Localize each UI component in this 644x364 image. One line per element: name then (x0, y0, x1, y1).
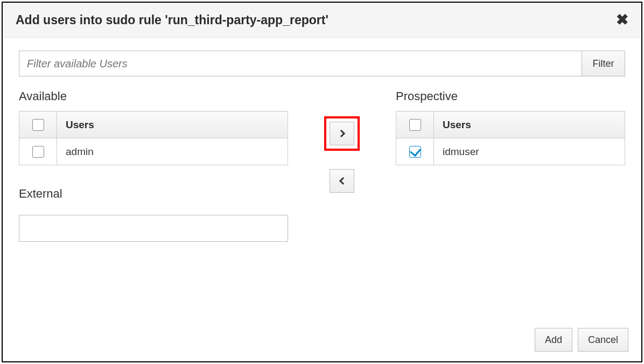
add-users-dialog: Add users into sudo rule 'run_third-part… (2, 2, 642, 362)
prospective-table: Users idmuser (396, 111, 625, 165)
prospective-column-header: Users (434, 111, 625, 138)
close-icon[interactable]: ✖ (616, 12, 628, 27)
move-right-button[interactable] (330, 122, 354, 145)
available-column-header: Users (57, 111, 288, 138)
filter-input[interactable] (19, 51, 582, 76)
table-row: admin (19, 138, 288, 165)
dialog-title: Add users into sudo rule 'run_third-part… (16, 13, 328, 27)
highlight-box (324, 116, 360, 151)
filter-row: Filter (19, 51, 625, 76)
add-button[interactable]: Add (535, 328, 572, 352)
row-checkbox[interactable] (32, 146, 44, 158)
row-name[interactable]: idmuser (434, 138, 625, 165)
external-section: External (19, 187, 288, 242)
dialog-footer: Add Cancel (3, 320, 641, 361)
available-select-all-cell (19, 111, 57, 138)
prospective-select-all-cell (396, 111, 434, 138)
prospective-select-all-checkbox[interactable] (409, 119, 421, 131)
external-input[interactable] (19, 215, 288, 242)
row-name[interactable]: admin (57, 138, 288, 165)
dialog-body: Filter Available Users (3, 38, 641, 320)
available-panel: Available Users (19, 89, 288, 242)
chevron-right-icon (337, 130, 345, 137)
filter-button[interactable]: Filter (582, 51, 625, 76)
available-select-all-checkbox[interactable] (32, 119, 44, 131)
row-checkbox[interactable] (409, 146, 421, 158)
external-label: External (19, 187, 288, 201)
move-left-button[interactable] (330, 169, 354, 193)
table-row: idmuser (396, 138, 625, 165)
cancel-button[interactable]: Cancel (578, 328, 628, 352)
dialog-header: Add users into sudo rule 'run_third-part… (3, 3, 641, 38)
picker-row: Available Users (19, 89, 625, 242)
prospective-panel: Prospective Users (396, 89, 625, 165)
move-buttons (288, 89, 396, 193)
prospective-label: Prospective (396, 89, 625, 103)
chevron-left-icon (339, 177, 346, 185)
available-table: Users admin (19, 111, 288, 165)
available-label: Available (19, 89, 288, 103)
